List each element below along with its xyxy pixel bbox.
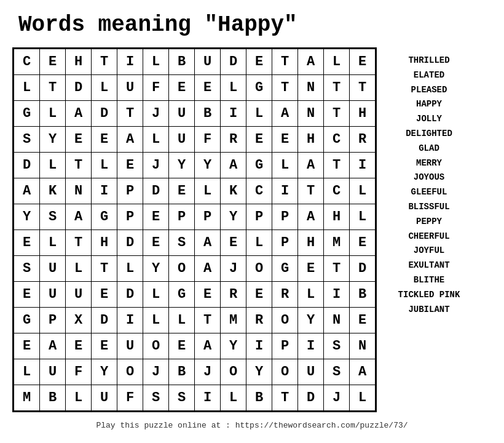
grid-cell: G xyxy=(92,204,117,230)
grid-cell: O xyxy=(221,359,246,385)
grid-cell: E xyxy=(117,153,143,178)
grid-cell: D xyxy=(92,101,117,127)
grid-row: YSAGPEPPYPPAHL xyxy=(14,204,376,230)
grid-cell: Y xyxy=(298,308,324,333)
grid-cell: D xyxy=(298,385,324,411)
grid-cell: S xyxy=(143,385,169,411)
grid-cell: P xyxy=(272,333,298,359)
grid-cell: S xyxy=(14,256,40,282)
grid-cell: E xyxy=(66,127,92,153)
grid-row: SYEEALUFREEHCR xyxy=(14,127,376,153)
grid-cell: I xyxy=(272,178,298,204)
grid-cell: T xyxy=(350,75,376,101)
grid-cell: P xyxy=(272,230,298,256)
grid-cell: Y xyxy=(169,153,195,178)
grid-cell: G xyxy=(14,101,40,127)
grid-cell: I xyxy=(324,282,350,308)
grid-cell: F xyxy=(143,75,169,101)
grid-cell: L xyxy=(40,101,66,127)
grid-cell: S xyxy=(169,385,195,411)
grid-cell: D xyxy=(117,230,143,256)
grid-cell: D xyxy=(66,75,92,101)
grid-cell: B xyxy=(195,101,221,127)
grid-cell: U xyxy=(169,101,195,127)
grid-cell: T xyxy=(324,256,350,282)
grid-cell: E xyxy=(143,230,169,256)
grid-cell: A xyxy=(66,101,92,127)
word-list-item: CHEERFUL xyxy=(408,229,449,244)
grid-cell: A xyxy=(298,204,324,230)
grid-row: AKNIPDELKCITCL xyxy=(14,178,376,204)
grid-cell: B xyxy=(169,49,195,75)
grid-cell: K xyxy=(40,178,66,204)
grid-cell: M xyxy=(324,230,350,256)
grid-cell: D xyxy=(117,282,143,308)
grid-cell: L xyxy=(40,230,66,256)
grid-cell: T xyxy=(92,256,117,282)
grid-cell: U xyxy=(66,282,92,308)
grid-cell: N xyxy=(66,178,92,204)
grid-cell: E xyxy=(169,333,195,359)
grid-cell: L xyxy=(221,385,246,411)
grid-cell: J xyxy=(221,256,246,282)
grid-cell: U xyxy=(195,49,221,75)
grid-cell: L xyxy=(221,75,246,101)
grid-cell: T xyxy=(117,101,143,127)
grid-cell: E xyxy=(14,230,40,256)
grid-cell: E xyxy=(246,282,272,308)
grid-cell: D xyxy=(92,308,117,333)
grid-cell: G xyxy=(169,282,195,308)
grid-cell: T xyxy=(324,153,350,178)
grid-cell: A xyxy=(117,127,143,153)
grid-cell: U xyxy=(169,127,195,153)
page-title: Words meaning "Happy" xyxy=(18,12,297,38)
grid-cell: B xyxy=(169,359,195,385)
grid-cell: L xyxy=(14,359,40,385)
word-list-item: GLEEFUL xyxy=(411,185,447,200)
grid-cell: I xyxy=(92,178,117,204)
grid-cell: E xyxy=(272,127,298,153)
grid-cell: M xyxy=(221,308,246,333)
grid-cell: N xyxy=(298,101,324,127)
grid-cell: R xyxy=(246,308,272,333)
word-list-item: PLEASED xyxy=(411,83,447,98)
grid-cell: G xyxy=(272,256,298,282)
grid-cell: A xyxy=(40,333,66,359)
grid-cell: T xyxy=(272,75,298,101)
grid-cell: Y xyxy=(92,359,117,385)
grid-row: LUFYOJBJOYOUSA xyxy=(14,359,376,385)
grid-cell: T xyxy=(66,153,92,178)
grid-cell: J xyxy=(143,101,169,127)
word-list-item: JOLLY xyxy=(416,112,442,127)
grid-cell: H xyxy=(298,230,324,256)
grid-cell: T xyxy=(324,101,350,127)
grid-cell: L xyxy=(195,178,221,204)
grid-cell: E xyxy=(195,75,221,101)
grid-cell: J xyxy=(195,359,221,385)
grid-cell: L xyxy=(169,308,195,333)
grid-cell: T xyxy=(195,308,221,333)
grid-cell: U xyxy=(117,75,143,101)
grid-row: GLADTJUBILANTH xyxy=(14,101,376,127)
grid-cell: A xyxy=(221,153,246,178)
grid-row: CEHTILBUDETALE xyxy=(14,49,376,75)
grid-cell: L xyxy=(143,49,169,75)
grid-cell: L xyxy=(66,256,92,282)
grid-cell: S xyxy=(169,230,195,256)
grid-cell: F xyxy=(117,385,143,411)
grid-cell: L xyxy=(350,204,376,230)
grid-cell: R xyxy=(350,127,376,153)
grid-row: LTDLUFEELGTNTT xyxy=(14,75,376,101)
grid-cell: I xyxy=(221,101,246,127)
grid-cell: N xyxy=(324,308,350,333)
grid-cell: O xyxy=(272,308,298,333)
grid-cell: T xyxy=(40,75,66,101)
grid-cell: L xyxy=(324,49,350,75)
grid-cell: P xyxy=(117,178,143,204)
grid-cell: P xyxy=(195,204,221,230)
grid-cell: O xyxy=(272,359,298,385)
grid-cell: L xyxy=(272,153,298,178)
grid-cell: C xyxy=(14,49,40,75)
grid-cell: P xyxy=(40,308,66,333)
grid-cell: R xyxy=(272,282,298,308)
